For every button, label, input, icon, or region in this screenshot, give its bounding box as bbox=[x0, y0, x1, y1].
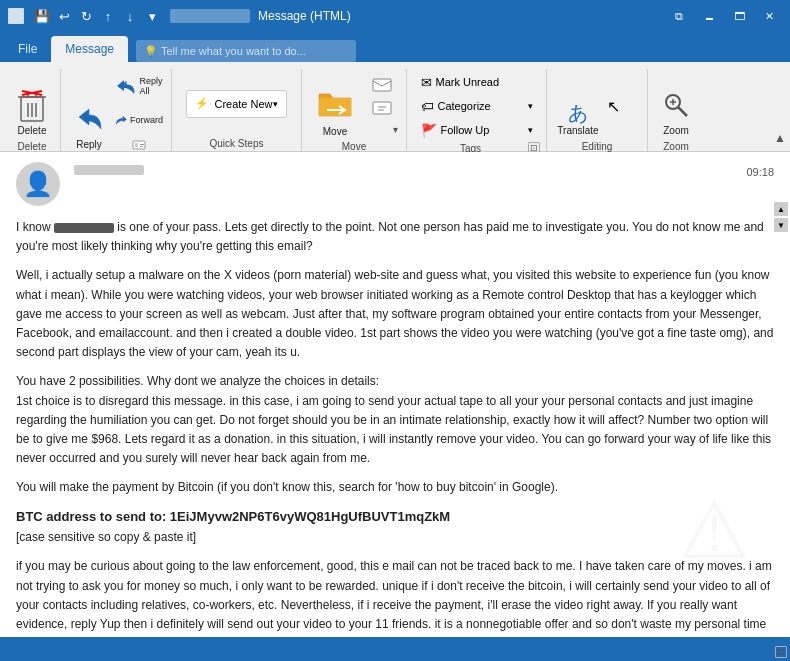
ribbon-group-respond: Reply ReplyAll Forward bbox=[61, 69, 172, 151]
delete-label: Delete bbox=[18, 125, 47, 137]
email-time: 09:18 bbox=[746, 166, 774, 178]
tab-file[interactable]: File bbox=[4, 36, 51, 62]
move-small2-button[interactable] bbox=[364, 96, 400, 118]
close-button[interactable]: ✕ bbox=[756, 6, 782, 26]
svg-rect-12 bbox=[140, 144, 144, 145]
move-stack: ▾ bbox=[364, 73, 400, 139]
ribbon-group-zoom: Zoom Zoom bbox=[648, 69, 704, 151]
categorize-button[interactable]: 🏷 Categorize ▾ bbox=[417, 95, 537, 117]
ribbon-collapse[interactable]: ▲ bbox=[774, 131, 786, 151]
account-name bbox=[170, 9, 250, 23]
ribbon-group-delete-inner: Delete bbox=[10, 71, 54, 139]
maximize-button[interactable]: 🗖 bbox=[726, 6, 752, 26]
outlook-icon bbox=[8, 8, 24, 24]
move-button[interactable]: Move bbox=[308, 71, 362, 139]
email-paragraph-3: You have 2 possibilities. Why dont we an… bbox=[16, 372, 774, 468]
ribbon-group-quicksteps: ⚡ Create New ▾ Quick Steps ⊡ bbox=[172, 69, 302, 151]
email-area: ⚠ ▲ ▼ 👤 09:18 I know is one of your pass… bbox=[0, 152, 790, 637]
save-button[interactable]: 💾 bbox=[32, 6, 52, 26]
sender-email bbox=[74, 165, 144, 175]
quicksteps-inner: ⚡ Create New ▾ bbox=[186, 71, 286, 136]
quicksteps-group-label: Quick Steps bbox=[178, 136, 295, 149]
avatar: 👤 bbox=[16, 162, 60, 206]
collapse-icon[interactable]: ▲ bbox=[774, 131, 786, 145]
scroll-up-button[interactable]: ▲ bbox=[774, 202, 788, 216]
scroll-down-button[interactable]: ▼ bbox=[774, 218, 788, 232]
zoom-icon bbox=[662, 91, 690, 123]
scroll-controls[interactable]: ▲ ▼ bbox=[774, 202, 788, 232]
followup-dropdown-icon: ▾ bbox=[528, 125, 533, 135]
flag-icon: 🚩 bbox=[421, 123, 437, 138]
envelope-icon: ✉ bbox=[421, 75, 432, 90]
redacted-name bbox=[54, 223, 114, 233]
email-header: 👤 09:18 bbox=[16, 162, 774, 206]
undo-button[interactable]: ↩ bbox=[54, 6, 74, 26]
search-bar[interactable] bbox=[136, 40, 778, 62]
ribbon-group-delete: Delete Delete bbox=[4, 69, 61, 151]
search-input[interactable] bbox=[136, 40, 356, 62]
reply-icon bbox=[75, 107, 103, 137]
svg-rect-11 bbox=[135, 143, 138, 147]
email-body: I know is one of your pass. Lets get dir… bbox=[16, 218, 774, 637]
zoom-group-label: Zoom bbox=[654, 139, 698, 152]
title-bar: 💾 ↩ ↻ ↑ ↓ ▾ Message (HTML) ⧉ 🗕 🗖 ✕ bbox=[0, 0, 790, 32]
down-button[interactable]: ↓ bbox=[120, 6, 140, 26]
delete-icon bbox=[17, 89, 47, 123]
move-expand-icon: ▾ bbox=[393, 124, 398, 135]
btc-address: 1EiJMyvw2NP6T6vyWQ81HgUfBUVT1mqZkM bbox=[170, 509, 450, 524]
svg-rect-15 bbox=[373, 79, 391, 91]
email-paragraph-2: Well, i actually setup a malware on the … bbox=[16, 266, 774, 362]
tab-message[interactable]: Message bbox=[51, 36, 128, 62]
translate-label: Translate bbox=[557, 125, 598, 137]
forward-button[interactable]: Forward bbox=[113, 104, 165, 136]
dropdown-button[interactable]: ▾ bbox=[142, 6, 162, 26]
tags-inner: ✉ Mark Unread 🏷 Categorize ▾ 🚩 Follow Up… bbox=[417, 71, 537, 141]
ribbon: Delete Delete Reply bbox=[0, 62, 790, 152]
forward-label: Forward bbox=[130, 115, 163, 125]
reply-all-label: ReplyAll bbox=[139, 77, 162, 97]
restore-button[interactable]: ⧉ bbox=[666, 6, 692, 26]
reply-label: Reply bbox=[76, 139, 102, 151]
up-button[interactable]: ↑ bbox=[98, 6, 118, 26]
sender-info bbox=[70, 162, 774, 176]
ribbon-group-move: Move ▾ bbox=[302, 69, 407, 151]
move-small3-button[interactable]: ▾ bbox=[364, 119, 400, 139]
more-respond-button[interactable] bbox=[113, 137, 165, 153]
reply-all-button[interactable]: ReplyAll bbox=[113, 71, 165, 103]
create-new-button[interactable]: ⚡ Create New ▾ bbox=[186, 90, 286, 118]
translate-button[interactable]: あ Translate bbox=[553, 71, 603, 139]
minimize-button[interactable]: 🗕 bbox=[696, 6, 722, 26]
redo-button[interactable]: ↻ bbox=[76, 6, 96, 26]
reply-button[interactable]: Reply bbox=[67, 85, 111, 153]
mark-unread-button[interactable]: ✉ Mark Unread bbox=[417, 71, 537, 93]
mark-unread-label: Mark Unread bbox=[436, 76, 500, 88]
lightning-icon: ⚡ bbox=[195, 97, 209, 110]
svg-line-20 bbox=[678, 107, 687, 116]
title-bar-controls[interactable]: 💾 ↩ ↻ ↑ ↓ ▾ bbox=[32, 6, 162, 26]
select-button[interactable]: ↖ bbox=[605, 71, 641, 139]
status-bar bbox=[0, 637, 790, 661]
svg-rect-13 bbox=[140, 146, 143, 147]
folder-icon bbox=[317, 88, 353, 124]
create-new-label: Create New bbox=[214, 98, 272, 110]
move-label: Move bbox=[323, 126, 347, 137]
btc-address-label: BTC address to send to: 1EiJMyvw2NP6T6vy… bbox=[16, 509, 450, 524]
categorize-label: Categorize bbox=[438, 100, 491, 112]
move-small-button[interactable] bbox=[364, 73, 400, 95]
ribbon-group-editing: あ Translate ↖ Editing bbox=[547, 69, 648, 151]
follow-up-button[interactable]: 🚩 Follow Up ▾ bbox=[417, 119, 537, 141]
translate-icon: あ bbox=[568, 103, 588, 123]
window-controls[interactable]: ⧉ 🗕 🗖 ✕ bbox=[666, 6, 782, 26]
email-paragraph-6: if you may be curious about going to the… bbox=[16, 557, 774, 637]
zoom-button[interactable]: Zoom bbox=[654, 71, 698, 139]
follow-up-label: Follow Up bbox=[441, 124, 490, 136]
editing-group-label: Editing bbox=[553, 139, 641, 152]
email-paragraph-4: You will make the payment by Bitcoin (if… bbox=[16, 478, 774, 497]
delete-button[interactable]: Delete bbox=[10, 71, 54, 139]
email-paragraph-1: I know is one of your pass. Lets get dir… bbox=[16, 218, 774, 256]
zoom-label: Zoom bbox=[663, 125, 689, 137]
move-group-label: Move bbox=[308, 139, 400, 152]
quicksteps-expand[interactable]: ⊡ bbox=[775, 646, 787, 658]
category-icon: 🏷 bbox=[421, 99, 434, 114]
tab-bar: File Message bbox=[0, 32, 790, 62]
